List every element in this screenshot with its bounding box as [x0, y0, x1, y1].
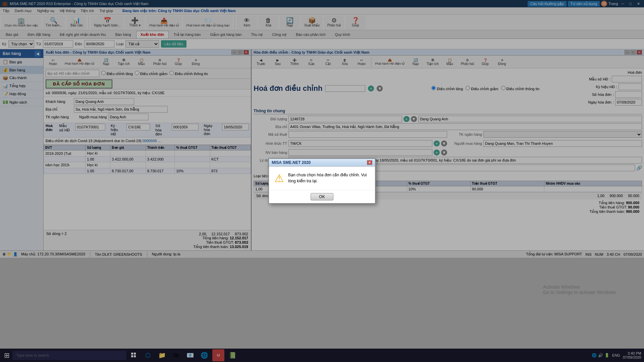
dialog-title-bar: MISA SME.NET 2020 ✕ — [269, 159, 375, 167]
dialog-close-button[interactable]: ✕ — [367, 160, 372, 165]
dialog-title-text: MISA SME.NET 2020 — [272, 160, 311, 165]
dialog-overlay: MISA SME.NET 2020 ✕ ⚠ Bạn chưa chọn hóa … — [0, 0, 644, 362]
warning-icon: ⚠ — [274, 172, 284, 185]
dialog-footer: OK — [269, 190, 375, 203]
dialog-ok-button[interactable]: OK — [311, 193, 333, 200]
dialog-body: ⚠ Bạn chưa chọn hóa đơn cần điều chỉnh. … — [269, 167, 375, 190]
dialog-message-text: Bạn chưa chọn hóa đơn cần điều chỉnh. Vu… — [288, 172, 370, 184]
dialog-box: MISA SME.NET 2020 ✕ ⚠ Bạn chưa chọn hóa … — [268, 158, 376, 204]
